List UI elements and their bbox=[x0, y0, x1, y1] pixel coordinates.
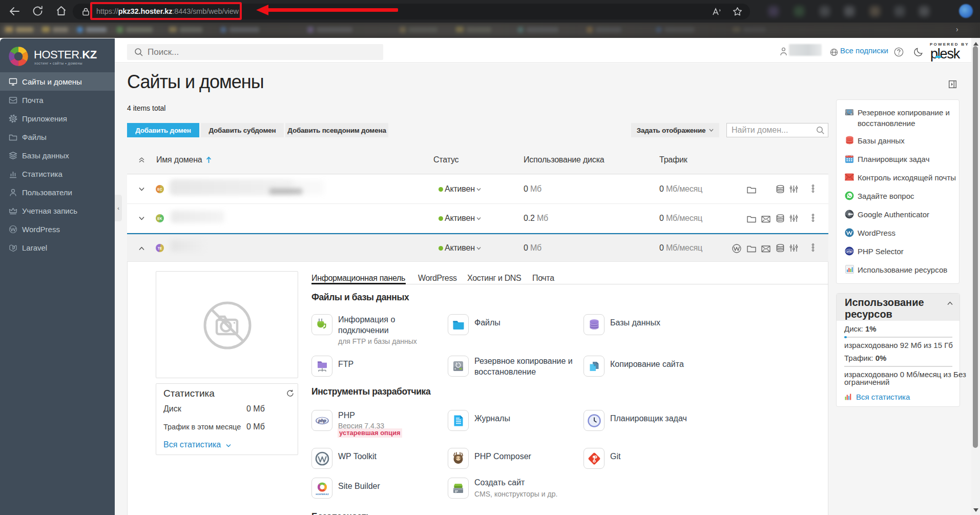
svg-text:HOSTER.KZ: HOSTER.KZ bbox=[316, 492, 329, 495]
svg-text:php: php bbox=[846, 250, 852, 253]
svg-text:php: php bbox=[318, 418, 326, 423]
